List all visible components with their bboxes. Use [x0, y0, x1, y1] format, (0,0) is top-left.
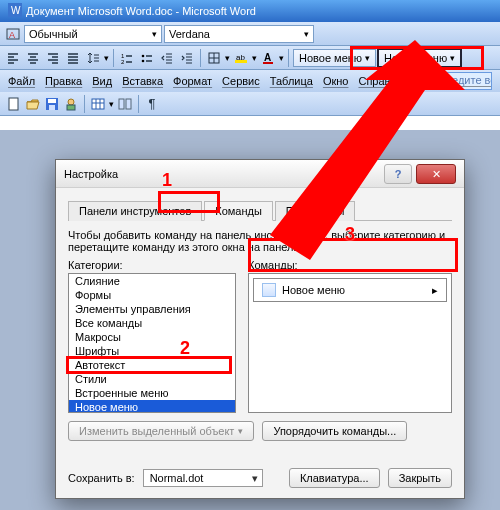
menu-help[interactable]: Справка [358, 75, 401, 87]
dialog-footer: Сохранить в: Normal.dot Клавиатура... За… [68, 468, 452, 488]
close-label: Закрыть [399, 472, 441, 484]
columns-icon[interactable] [117, 96, 133, 112]
dialog-body: Панели инструментов Команды Параметры Чт… [56, 188, 464, 451]
new-menu-label: Новое меню [384, 52, 447, 64]
borders-icon[interactable] [205, 49, 223, 67]
permissions-icon[interactable] [63, 96, 79, 112]
word-icon: W [8, 3, 22, 19]
highlight-icon[interactable]: ab [232, 49, 250, 67]
category-item[interactable]: Элементы управления [69, 302, 235, 316]
rearrange-commands-button[interactable]: Упорядочить команды... [262, 421, 407, 441]
line-spacing-icon[interactable] [84, 49, 102, 67]
chevron-down-icon[interactable]: ▾ [279, 53, 284, 63]
formatting-toolbar-1: A Обычный ▾ Verdana ▾ [0, 22, 500, 46]
dialog-titlebar[interactable]: Настройка ? ✕ [56, 160, 464, 188]
chevron-down-icon[interactable]: ▾ [109, 99, 114, 109]
categories-label: Категории: [68, 259, 236, 271]
keyboard-button[interactable]: Клавиатура... [289, 468, 380, 488]
chevron-down-icon: ▾ [450, 53, 455, 63]
category-item[interactable]: Макросы [69, 330, 235, 344]
chevron-down-icon[interactable]: ▾ [252, 53, 257, 63]
new-menu-button-2[interactable]: Новое меню ▾ [378, 49, 461, 67]
help-icon: ? [395, 168, 402, 180]
menu-insert[interactable]: Вставка [122, 75, 163, 87]
window-title: Документ Microsoft Word.doc - Microsoft … [26, 5, 256, 17]
save-in-select[interactable]: Normal.dot [143, 469, 263, 487]
command-item-new-menu[interactable]: Новое меню ▸ [253, 278, 447, 302]
font-dropdown[interactable]: Verdana ▾ [164, 25, 314, 43]
command-item-label: Новое меню [282, 284, 345, 296]
align-right-icon[interactable] [44, 49, 62, 67]
style-dropdown[interactable]: Обычный ▾ [24, 25, 162, 43]
new-menu-label: Новое меню [299, 52, 362, 64]
category-item[interactable]: Автотекст [69, 358, 235, 372]
menu-view[interactable]: Вид [92, 75, 112, 87]
save-icon[interactable] [44, 96, 60, 112]
svg-point-17 [68, 99, 74, 105]
commands-listbox[interactable]: Новое меню ▸ [248, 273, 452, 413]
tab-toolbars[interactable]: Панели инструментов [68, 201, 202, 221]
rearrange-commands-label: Упорядочить команды... [273, 425, 396, 437]
help-search-input[interactable]: Введите воп [432, 72, 492, 90]
svg-text:A: A [9, 30, 15, 40]
chevron-down-icon: ▾ [152, 29, 157, 39]
align-justify-icon[interactable] [64, 49, 82, 67]
dialog-close-button[interactable]: ✕ [416, 164, 456, 184]
svg-rect-16 [49, 105, 55, 110]
modify-selection-button[interactable]: Изменить выделенный объект ▾ [68, 421, 254, 441]
tab-options[interactable]: Параметры [275, 201, 356, 221]
dialog-help-button[interactable]: ? [384, 164, 412, 184]
new-doc-icon[interactable] [6, 96, 22, 112]
indent-icon[interactable] [178, 49, 196, 67]
svg-rect-13 [9, 98, 18, 110]
chevron-down-icon[interactable]: ▾ [104, 53, 109, 63]
dialog-hint: Чтобы добавить команду на панель инструм… [68, 229, 452, 253]
category-item[interactable]: Формы [69, 288, 235, 302]
styles-pane-icon[interactable]: A [4, 25, 22, 43]
font-value: Verdana [169, 28, 210, 40]
svg-point-7 [142, 59, 145, 62]
svg-rect-15 [48, 99, 56, 103]
svg-text:2: 2 [121, 59, 125, 64]
category-item[interactable]: Новое меню [69, 400, 235, 413]
dialog-tabs: Панели инструментов Команды Параметры [68, 200, 452, 221]
menu-tools[interactable]: Сервис [222, 75, 260, 87]
chevron-down-icon[interactable]: ▾ [225, 53, 230, 63]
menu-format[interactable]: Формат [173, 75, 212, 87]
menu-edit[interactable]: Правка [45, 75, 82, 87]
dialog-title: Настройка [64, 168, 118, 180]
commands-panel: Команды: Новое меню ▸ [248, 259, 452, 413]
modify-selection-label: Изменить выделенный объект [79, 425, 234, 437]
numbered-list-icon[interactable]: 12 [118, 49, 136, 67]
align-left-icon[interactable] [4, 49, 22, 67]
chevron-down-icon: ▾ [365, 53, 370, 63]
close-button[interactable]: Закрыть [388, 468, 452, 488]
categories-panel: Категории: СлияниеФормыЭлементы управлен… [68, 259, 236, 413]
new-menu-button-1[interactable]: Новое меню ▾ [293, 49, 376, 67]
close-icon: ✕ [432, 168, 441, 181]
menu-file[interactable]: Файл [8, 75, 35, 87]
font-color-icon[interactable]: A [259, 49, 277, 67]
category-item[interactable]: Стили [69, 372, 235, 386]
svg-rect-20 [119, 99, 124, 109]
svg-text:W: W [11, 5, 21, 16]
category-item[interactable]: Встроенные меню [69, 386, 235, 400]
categories-listbox[interactable]: СлияниеФормыЭлементы управленияВсе коман… [68, 273, 236, 413]
svg-rect-19 [92, 99, 104, 109]
tab-commands[interactable]: Команды [204, 201, 273, 221]
svg-rect-21 [126, 99, 131, 109]
separator [113, 49, 114, 67]
category-item[interactable]: Шрифты [69, 344, 235, 358]
bulleted-list-icon[interactable] [138, 49, 156, 67]
menu-window[interactable]: Окно [323, 75, 349, 87]
svg-rect-18 [67, 105, 75, 110]
outdent-icon[interactable] [158, 49, 176, 67]
paragraph-mark-icon[interactable]: ¶ [144, 96, 160, 112]
tables-icon[interactable] [90, 96, 106, 112]
align-center-icon[interactable] [24, 49, 42, 67]
menu-table[interactable]: Таблица [270, 75, 313, 87]
open-icon[interactable] [25, 96, 41, 112]
separator [200, 49, 201, 67]
category-item[interactable]: Слияние [69, 274, 235, 288]
category-item[interactable]: Все команды [69, 316, 235, 330]
